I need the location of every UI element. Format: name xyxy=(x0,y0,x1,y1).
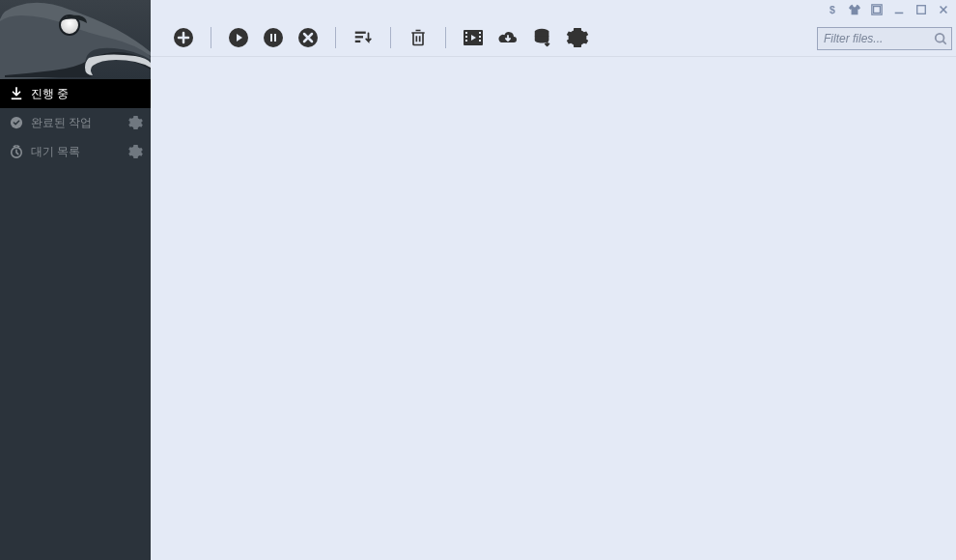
sort-icon xyxy=(352,27,374,48)
app-window: 진행 중 완료된 작업 대기 목록 $ xyxy=(0,0,956,560)
film-icon xyxy=(462,28,485,47)
sort-button[interactable] xyxy=(346,20,380,55)
gear-icon xyxy=(128,116,143,130)
download-icon xyxy=(8,87,25,100)
delete-button[interactable] xyxy=(401,20,436,55)
gear-icon xyxy=(566,26,589,49)
fullscreen-icon xyxy=(871,4,883,15)
plus-circle-icon xyxy=(172,26,195,49)
maximize-icon xyxy=(915,4,927,15)
cloud-download-icon xyxy=(496,28,520,47)
search-icon xyxy=(934,32,947,45)
sidebar-item-label: 완료된 작업 xyxy=(31,115,92,131)
sidebar-item-label: 대기 목록 xyxy=(31,144,80,160)
separator xyxy=(390,27,391,48)
separator xyxy=(445,27,446,48)
check-circle-icon xyxy=(8,116,25,129)
sidebar-item-in-progress[interactable]: 진행 중 xyxy=(0,79,151,108)
svg-rect-21 xyxy=(465,32,467,34)
svg-point-13 xyxy=(264,28,283,47)
pause-button[interactable] xyxy=(256,20,291,55)
maximize-button[interactable] xyxy=(911,1,932,18)
pause-circle-icon xyxy=(262,26,285,49)
donate-button[interactable]: $ xyxy=(822,1,843,18)
app-logo xyxy=(0,0,151,79)
cancel-circle-icon xyxy=(296,26,320,49)
svg-rect-17 xyxy=(355,32,366,34)
separator xyxy=(211,27,211,48)
trash-icon xyxy=(408,27,428,48)
play-circle-icon xyxy=(227,26,250,49)
minimize-button[interactable] xyxy=(888,1,910,18)
close-button[interactable] xyxy=(933,1,954,18)
shirt-button[interactable] xyxy=(844,1,865,18)
sidebar-item-queue[interactable]: 대기 목록 xyxy=(0,137,151,166)
main-area: $ xyxy=(151,0,956,560)
sidebar-item-settings[interactable] xyxy=(128,116,143,130)
svg-rect-15 xyxy=(274,34,276,42)
shirt-icon xyxy=(848,4,861,15)
sidebar-item-settings[interactable] xyxy=(128,145,143,159)
video-button[interactable] xyxy=(456,20,491,55)
search-input[interactable] xyxy=(824,32,934,45)
settings-button[interactable] xyxy=(560,20,595,55)
play-button[interactable] xyxy=(221,20,256,55)
sidebar-item-completed[interactable]: 완료된 작업 xyxy=(0,108,151,137)
svg-rect-14 xyxy=(270,34,272,42)
separator xyxy=(335,27,336,48)
svg-rect-18 xyxy=(355,36,363,38)
search-box[interactable] xyxy=(817,27,952,50)
add-button[interactable] xyxy=(166,20,201,55)
svg-rect-6 xyxy=(874,7,881,14)
close-icon xyxy=(938,4,949,15)
gear-icon xyxy=(128,145,143,159)
svg-rect-26 xyxy=(479,40,481,42)
svg-rect-22 xyxy=(465,36,467,38)
svg-rect-19 xyxy=(355,41,361,42)
svg-rect-8 xyxy=(917,6,926,14)
cloud-download-button[interactable] xyxy=(491,20,525,55)
dollar-icon: $ xyxy=(827,4,838,15)
stop-button[interactable] xyxy=(291,20,325,55)
svg-line-29 xyxy=(943,42,946,44)
database-icon xyxy=(532,26,553,49)
minimize-icon xyxy=(893,4,905,15)
fullscreen-button[interactable] xyxy=(866,1,887,18)
svg-rect-23 xyxy=(465,40,467,42)
svg-rect-25 xyxy=(479,36,481,38)
sidebar: 진행 중 완료된 작업 대기 목록 xyxy=(0,0,151,560)
sidebar-item-label: 진행 중 xyxy=(31,86,69,102)
clock-icon xyxy=(8,145,25,158)
content-area xyxy=(151,56,956,560)
eagle-logo-icon xyxy=(0,0,151,79)
titlebar: $ xyxy=(151,0,956,19)
database-button[interactable] xyxy=(525,20,560,55)
svg-text:$: $ xyxy=(829,4,835,15)
svg-rect-24 xyxy=(479,32,481,34)
